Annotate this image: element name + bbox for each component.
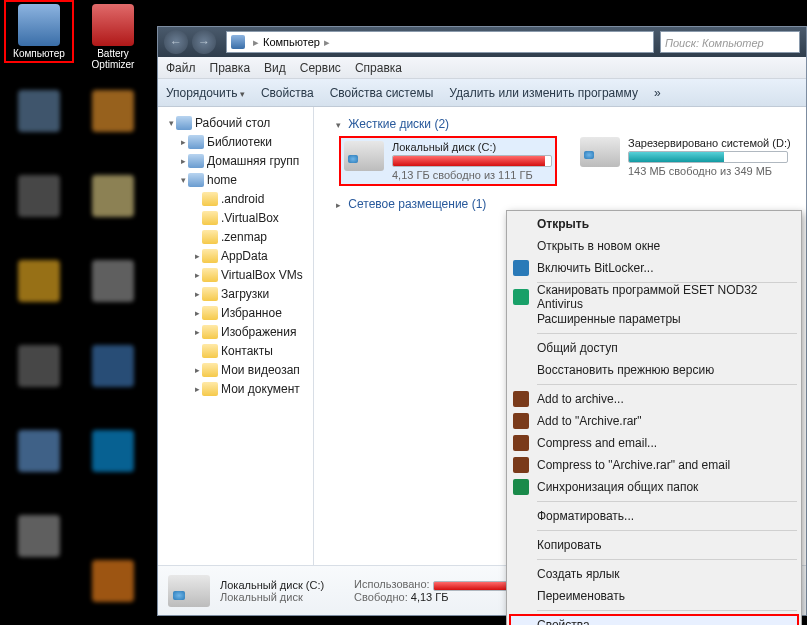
search-input[interactable]: Поиск: Компьютер — [660, 31, 800, 53]
tree-node[interactable]: ▾home — [160, 170, 311, 189]
tree-node[interactable]: ▸Загрузки — [160, 284, 311, 303]
context-menu-label: Compress and email... — [537, 436, 657, 450]
desktop-icon-computer[interactable]: Компьютер — [8, 4, 70, 59]
nav-forward-button[interactable]: → — [192, 30, 216, 54]
context-menu-label: Открыть — [537, 217, 589, 231]
twisty-icon: ▸ — [192, 365, 202, 375]
context-menu-label: Переименовать — [537, 589, 625, 603]
tree-node-label: VirtualBox VMs — [221, 268, 303, 282]
context-menu-item[interactable]: Форматировать... — [509, 505, 799, 527]
twisty-icon: ▸ — [192, 251, 202, 261]
context-menu-item[interactable]: Синхронизация общих папок — [509, 476, 799, 498]
context-menu: ОткрытьОткрыть в новом окнеВключить BitL… — [506, 210, 802, 625]
battery-optimizer-icon — [92, 4, 134, 46]
menu-tools[interactable]: Сервис — [300, 61, 341, 75]
context-menu-separator — [537, 501, 797, 502]
context-menu-separator — [537, 610, 797, 611]
context-menu-item[interactable]: Переименовать — [509, 585, 799, 607]
context-menu-label: Add to archive... — [537, 392, 624, 406]
drive-item[interactable]: Локальный диск (C:)4,13 ГБ свободно из 1… — [340, 137, 556, 185]
desktop-icon-label: Battery Optimizer — [82, 48, 144, 70]
menu-file[interactable]: Файл — [166, 61, 196, 75]
tree-node[interactable]: ▸Изображения — [160, 322, 311, 341]
tree-node-label: Домашняя групп — [207, 154, 299, 168]
tree-node[interactable]: ▸Домашняя групп — [160, 151, 311, 170]
context-menu-item[interactable]: Копировать — [509, 534, 799, 556]
details-drive-name: Локальный диск (C:) — [220, 579, 324, 591]
tree-node-label: Мои документ — [221, 382, 300, 396]
context-menu-item[interactable]: Общий доступ — [509, 337, 799, 359]
drive-free-text: 4,13 ГБ свободно из 111 ГБ — [392, 169, 552, 181]
twisty-icon: ▸ — [192, 289, 202, 299]
tree-node-label: Рабочий стол — [195, 116, 270, 130]
menu-help[interactable]: Справка — [355, 61, 402, 75]
context-menu-item[interactable]: Создать ярлык — [509, 563, 799, 585]
context-menu-label: Общий доступ — [537, 341, 618, 355]
command-bar: Упорядочить Свойства Свойства системы Уд… — [158, 79, 806, 107]
twisty-icon: ▸ — [192, 308, 202, 318]
tree-node[interactable]: ▸Мои видеозап — [160, 360, 311, 379]
folder-icon — [202, 230, 218, 244]
drive-name: Локальный диск (C:) — [392, 141, 552, 153]
context-menu-label: Копировать — [537, 538, 602, 552]
tree-node-label: .zenmap — [221, 230, 267, 244]
drive-item[interactable]: Зарезервировано системой (D:)143 МБ своб… — [580, 137, 791, 185]
folder-icon — [202, 325, 218, 339]
address-bar[interactable]: ▸ Компьютер ▸ — [226, 31, 654, 53]
folder-icon — [202, 344, 218, 358]
computer-icon — [231, 35, 245, 49]
drive-free-text: 143 МБ свободно из 349 МБ — [628, 165, 791, 177]
tree-node[interactable]: Контакты — [160, 341, 311, 360]
tree-node-label: AppData — [221, 249, 268, 263]
context-menu-item[interactable]: Расширенные параметры — [509, 308, 799, 330]
context-menu-item[interactable]: Add to "Archive.rar" — [509, 410, 799, 432]
tree-node[interactable]: .zenmap — [160, 227, 311, 246]
nav-back-button[interactable]: ← — [164, 30, 188, 54]
folder-icon — [202, 249, 218, 263]
tree-node[interactable]: ▸AppData — [160, 246, 311, 265]
context-menu-separator — [537, 559, 797, 560]
section-hard-drives[interactable]: ▾ Жесткие диски (2) — [324, 113, 796, 137]
tree-node[interactable]: ▸VirtualBox VMs — [160, 265, 311, 284]
shield-icon — [513, 260, 529, 276]
cmd-overflow[interactable]: » — [654, 86, 661, 100]
context-menu-item[interactable]: Сканировать программой ESET NOD32 Antivi… — [509, 286, 799, 308]
drive-usage-bar — [392, 155, 552, 167]
drive-icon — [168, 575, 210, 607]
tree-node-label: Загрузки — [221, 287, 269, 301]
menu-view[interactable]: Вид — [264, 61, 286, 75]
folder-icon — [202, 192, 218, 206]
desktop-icon-battery-optimizer[interactable]: Battery Optimizer — [82, 4, 144, 70]
desktop: Компьютер Battery Optimizer — [0, 0, 155, 625]
context-menu-item[interactable]: Включить BitLocker... — [509, 257, 799, 279]
tree-node[interactable]: ▾Рабочий стол — [160, 113, 311, 132]
tree-node[interactable]: .android — [160, 189, 311, 208]
drive-icon — [580, 137, 620, 167]
context-menu-item[interactable]: Compress and email... — [509, 432, 799, 454]
context-menu-item[interactable]: Compress to "Archive.rar" and email — [509, 454, 799, 476]
menu-edit[interactable]: Правка — [210, 61, 251, 75]
cmd-system-properties[interactable]: Свойства системы — [330, 86, 434, 100]
tree-node[interactable]: ▸Мои документ — [160, 379, 311, 398]
context-menu-label: Add to "Archive.rar" — [537, 414, 642, 428]
folder-icon — [202, 268, 218, 282]
context-menu-separator — [537, 333, 797, 334]
tree-node[interactable]: ▸Библиотеки — [160, 132, 311, 151]
context-menu-item[interactable]: Add to archive... — [509, 388, 799, 410]
cmd-properties[interactable]: Свойства — [261, 86, 314, 100]
tree-node-label: Библиотеки — [207, 135, 272, 149]
context-menu-item[interactable]: Восстановить прежнюю версию — [509, 359, 799, 381]
context-menu-label: Восстановить прежнюю версию — [537, 363, 714, 377]
tree-node[interactable]: .VirtualBox — [160, 208, 311, 227]
tree-node[interactable]: ▸Избранное — [160, 303, 311, 322]
context-menu-item[interactable]: Свойства — [509, 614, 799, 625]
context-menu-item[interactable]: Открыть в новом окне — [509, 235, 799, 257]
context-menu-item[interactable]: Открыть — [509, 213, 799, 235]
twisty-icon: ▸ — [178, 137, 188, 147]
desktop-icon-label: Компьютер — [8, 48, 70, 59]
cmd-uninstall[interactable]: Удалить или изменить программу — [449, 86, 638, 100]
cmd-organize[interactable]: Упорядочить — [166, 86, 245, 100]
details-drive-type: Локальный диск — [220, 591, 324, 603]
breadcrumb-sep: ▸ — [324, 36, 330, 49]
breadcrumb-root[interactable]: Компьютер — [263, 36, 320, 48]
